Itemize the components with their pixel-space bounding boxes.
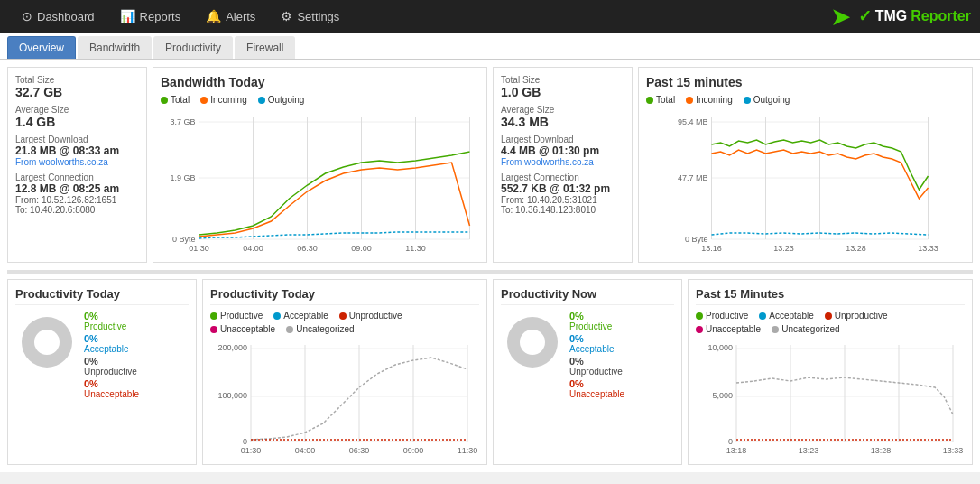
prod-today-2-legend-2: Unacceptable Uncategorized <box>210 324 479 334</box>
largest-conn-group: Largest Connection 12.8 MB @ 08:25 am Fr… <box>15 172 139 215</box>
past15-prod-legend-uncategorized: Uncategorized <box>772 324 839 334</box>
tab-productivity[interactable]: Productivity <box>153 36 233 59</box>
legend-incoming-dot <box>200 97 208 104</box>
nav-settings[interactable]: ⚙ Settings <box>268 0 352 33</box>
svg-text:10,000: 10,000 <box>707 343 733 352</box>
productivity-today-1-content: 0% Productive 0% Acceptable 0% Unproduct… <box>15 311 189 401</box>
largest-dl-label: Largest Download <box>15 135 139 144</box>
unproductive-row: 0% Unproductive <box>84 356 189 377</box>
svg-text:100,000: 100,000 <box>217 391 247 400</box>
productivity-now-title: Productivity Now <box>501 287 674 305</box>
legend-outgoing-dot <box>258 97 265 104</box>
right-largest-conn-label: Largest Connection <box>501 172 624 182</box>
largest-conn-to: To: 10.40.20.6:8080 <box>15 205 139 215</box>
tab-bandwidth[interactable]: Bandwidth <box>78 36 152 59</box>
tab-firewall[interactable]: Firewall <box>235 36 295 59</box>
past15-legend-outgoing: Outgoing <box>744 95 790 105</box>
right-largest-conn-to: To: 10.36.148.123:8010 <box>501 205 624 215</box>
past15-legend-outgoing-dot <box>744 97 751 104</box>
top-navigation: ⊙ Dashboard 📊 Reports 🔔 Alerts ⚙ Setting… <box>0 0 980 33</box>
bottom-panels-row: Productivity Today 0% Productive 0% A <box>7 279 973 465</box>
past15-prod-legend-productive: Productive <box>696 311 748 321</box>
legend-total: Total <box>161 95 190 105</box>
now-unproductive-pct: 0% <box>569 356 674 367</box>
left-stats-panel: Total Size 32.7 GB Average Size 1.4 GB L… <box>7 67 147 263</box>
right-total-size-value: 1.0 GB <box>501 85 624 99</box>
unacceptable-row: 0% Unacceptable <box>84 378 189 399</box>
largest-dl-group: Largest Download 21.8 MB @ 08:33 am From… <box>15 135 139 167</box>
svg-text:200,000: 200,000 <box>217 343 247 352</box>
largest-conn-from: From: 10.52.126.82:1651 <box>15 195 139 205</box>
acceptable-pct: 0% <box>84 333 189 344</box>
top-panels-row: Total Size 32.7 GB Average Size 1.4 GB L… <box>7 67 973 263</box>
legend-outgoing: Outgoing <box>258 95 305 105</box>
svg-text:95.4 MB: 95.4 MB <box>678 117 708 126</box>
prod-legend-unacceptable: Unacceptable <box>210 324 275 334</box>
nav-reports-label: Reports <box>140 10 181 23</box>
svg-text:0: 0 <box>243 437 247 446</box>
past15-bandwidth-chart: 95.4 MB 47.7 MB 0 Byte 13:16 13:23 <box>646 108 965 253</box>
past15-prod-dot-productive <box>696 312 703 320</box>
svg-text:09:00: 09:00 <box>351 244 372 253</box>
svg-text:13:28: 13:28 <box>871 446 892 455</box>
total-size-value: 32.7 GB <box>15 85 139 99</box>
brand-arrow-icon: ➤ <box>830 2 851 32</box>
prod-today-2-legend: Productive Acceptable Unproductive <box>210 311 479 321</box>
svg-text:0 Byte: 0 Byte <box>172 235 196 244</box>
nav-reports[interactable]: 📊 Reports <box>107 0 194 33</box>
legend-total-dot <box>161 97 168 104</box>
legend-outgoing-label: Outgoing <box>268 95 305 105</box>
now-productive-pct: 0% <box>569 311 674 321</box>
nav-alerts[interactable]: 🔔 Alerts <box>193 0 268 33</box>
prod-label-uncategorized: Uncategorized <box>296 324 354 334</box>
productive-row: 0% Productive <box>84 311 189 331</box>
productivity-today-1-panel: Productivity Today 0% Productive 0% A <box>7 279 197 465</box>
now-productive-label: Productive <box>569 321 674 331</box>
reports-icon: 📊 <box>120 9 135 23</box>
prod-label-acceptable: Acceptable <box>283 311 328 321</box>
right-largest-conn-group: Largest Connection 552.7 KB @ 01:32 pm F… <box>501 172 624 215</box>
past15-legend-total-dot <box>646 97 653 104</box>
nav-dashboard[interactable]: ⊙ Dashboard <box>9 0 107 33</box>
productivity-now-pie <box>501 311 564 401</box>
past15-bandwidth-legend: Total Incoming Outgoing <box>646 95 965 105</box>
nav-settings-label: Settings <box>297 10 339 23</box>
bandwidth-today-chart: 3.7 GB 1.9 GB 0 Byte <box>161 108 479 253</box>
past15-productivity-panel: Past 15 Minutes Productive Acceptable Un… <box>688 279 973 465</box>
past15-prod-label-uncategorized: Uncategorized <box>781 324 839 334</box>
prod-label-unacceptable: Unacceptable <box>220 324 275 334</box>
productive-label: Productive <box>84 321 189 331</box>
largest-conn-label: Largest Connection <box>15 172 139 182</box>
brand-tmg-text: TMG <box>875 8 908 24</box>
productivity-today-2-panel: Productivity Today Productive Acceptable… <box>202 279 487 465</box>
past15-prod-dot-unacceptable <box>696 326 703 333</box>
total-size-label: Total Size <box>15 75 139 85</box>
brand-reporter-text: Reporter <box>911 8 971 24</box>
unacceptable-label: Unacceptable <box>84 389 189 399</box>
productivity-today-1-title: Productivity Today <box>15 287 189 305</box>
svg-text:1.9 GB: 1.9 GB <box>170 173 195 182</box>
tab-overview[interactable]: Overview <box>7 36 76 59</box>
right-largest-conn-from: From: 10.40.20.5:31021 <box>501 195 624 205</box>
now-unproductive-row: 0% Unproductive <box>569 356 674 377</box>
svg-text:06:30: 06:30 <box>349 446 370 455</box>
brand-logo: ➤ ✓ TMG Reporter <box>830 2 971 32</box>
legend-incoming-label: Incoming <box>210 95 247 105</box>
svg-text:04:00: 04:00 <box>243 244 263 253</box>
svg-text:01:30: 01:30 <box>241 446 262 455</box>
svg-text:11:30: 11:30 <box>458 446 478 455</box>
svg-text:5,000: 5,000 <box>712 391 733 400</box>
right-avg-size-value: 34.3 MB <box>501 115 624 129</box>
brand-check-icon: ✓ <box>858 6 872 26</box>
legend-total-label: Total <box>171 95 190 105</box>
past15-legend-incoming-dot <box>686 97 693 104</box>
past15-bandwidth-panel: Past 15 minutes Total Incoming Outgoing … <box>638 67 973 263</box>
past15-prod-legend-acceptable: Acceptable <box>759 311 813 321</box>
svg-text:13:33: 13:33 <box>943 446 964 455</box>
right-avg-size-group: Average Size 34.3 MB <box>501 105 624 129</box>
productivity-today-1-pie <box>15 311 79 401</box>
bandwidth-today-title: Bandwidth Today <box>161 75 479 89</box>
acceptable-label: Acceptable <box>84 344 189 354</box>
past15-prod-legend-2: Unacceptable Uncategorized <box>696 324 965 334</box>
nav-alerts-label: Alerts <box>226 10 255 23</box>
